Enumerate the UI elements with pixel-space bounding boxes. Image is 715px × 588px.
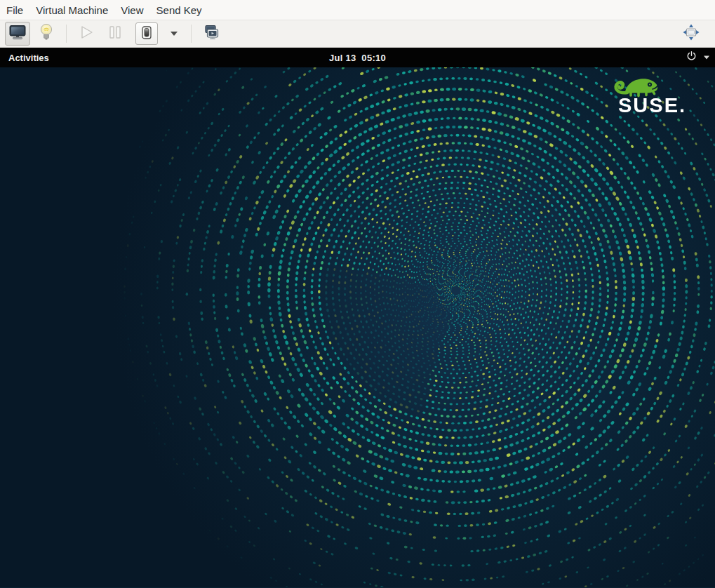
shutdown-vm-button[interactable]	[135, 22, 158, 45]
menu-virtual-machine[interactable]: Virtual Machine	[29, 1, 114, 19]
suse-logo: SUSE.	[610, 71, 694, 116]
toolbar-separator	[66, 25, 67, 43]
gnome-top-bar: Activities Jul 13 05:10	[0, 48, 715, 67]
activities-button[interactable]: Activities	[6, 51, 52, 65]
play-icon	[79, 25, 94, 43]
power-switch-icon	[142, 26, 152, 42]
vortex-wallpaper[interactable]	[0, 67, 715, 587]
lightbulb-icon	[39, 23, 53, 45]
run-vm-button[interactable]	[74, 22, 99, 46]
system-menu[interactable]	[686, 51, 709, 65]
shutdown-menu-button[interactable]	[164, 22, 184, 46]
toolbar-separator	[191, 25, 192, 43]
chevron-down-icon	[704, 56, 709, 60]
monitor-icon	[8, 25, 27, 43]
chevron-down-icon	[171, 32, 178, 36]
menu-file[interactable]: File	[0, 1, 29, 19]
toolbar	[0, 20, 715, 48]
pause-vm-button[interactable]	[102, 22, 128, 46]
show-graphical-console-button[interactable]	[5, 22, 30, 46]
menu-view[interactable]: View	[114, 1, 149, 19]
show-hardware-details-button[interactable]	[34, 22, 59, 46]
pause-icon	[108, 25, 122, 43]
menu-bar: File Virtual Machine View Send Key	[0, 0, 715, 20]
clock[interactable]: Jul 13 05:10	[329, 53, 386, 63]
fullscreen-button[interactable]	[199, 22, 224, 46]
power-icon	[686, 51, 697, 65]
resize-to-vm-button[interactable]	[679, 22, 704, 46]
suse-wordmark: SUSE.	[618, 95, 694, 116]
vm-desktop[interactable]: SUSE.	[0, 67, 715, 588]
virt-manager-window: File Virtual Machine View Send Key	[0, 0, 715, 588]
screen-resize-arrows-icon	[682, 23, 700, 44]
menu-send-key[interactable]: Send Key	[150, 1, 208, 19]
dual-monitor-icon	[203, 25, 220, 43]
